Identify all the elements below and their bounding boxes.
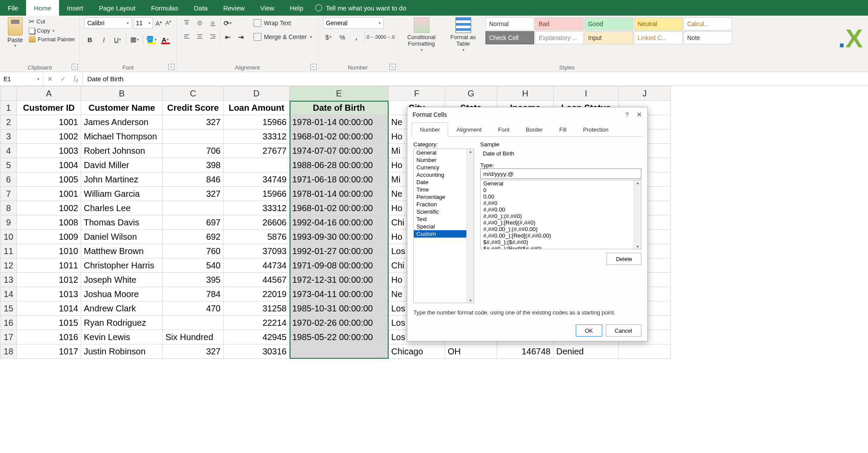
- column-header[interactable]: A: [17, 86, 81, 101]
- row-header[interactable]: 13: [0, 273, 17, 287]
- cell[interactable]: Chicago: [389, 344, 445, 359]
- font-name-select[interactable]: Calibri▾: [84, 17, 132, 29]
- cell[interactable]: Christopher Harris: [81, 258, 163, 273]
- category-item[interactable]: Date: [414, 179, 474, 186]
- table-header-cell[interactable]: Credit Score: [163, 101, 224, 115]
- cell[interactable]: 1971-09-08 00:00:00: [290, 258, 389, 273]
- cut-button[interactable]: ✂Cut: [29, 17, 75, 26]
- cell[interactable]: Denied: [554, 344, 619, 359]
- font-color-button[interactable]: A▾: [160, 34, 171, 45]
- cell[interactable]: [619, 344, 671, 359]
- cell[interactable]: 760: [163, 244, 224, 258]
- cell[interactable]: 784: [163, 287, 224, 301]
- cell[interactable]: 5876: [224, 230, 290, 244]
- cell[interactable]: John Martinez: [81, 172, 163, 187]
- cell[interactable]: 37093: [224, 244, 290, 258]
- category-item[interactable]: Special: [414, 223, 474, 230]
- cell[interactable]: Matthew Brown: [81, 244, 163, 258]
- cell[interactable]: [224, 158, 290, 172]
- align-center-button[interactable]: [194, 31, 205, 43]
- cell[interactable]: James Anderson: [81, 115, 163, 129]
- row-header[interactable]: 3: [0, 129, 17, 144]
- cell[interactable]: 15966: [224, 187, 290, 201]
- table-header-cell[interactable]: Date of Birth: [290, 101, 389, 115]
- row-header[interactable]: 5: [0, 158, 17, 172]
- decrease-indent-button[interactable]: ⇤: [222, 31, 234, 43]
- type-list[interactable]: General00.00#,##0#,##0.00#,##0_);(#,##0)…: [480, 180, 641, 249]
- column-header[interactable]: H: [497, 86, 554, 101]
- tell-me-input[interactable]: Tell me what you want to do: [326, 4, 406, 12]
- align-right-button[interactable]: [207, 31, 218, 43]
- cell[interactable]: 1002: [17, 129, 81, 144]
- dialog-tab-protection[interactable]: Protection: [575, 122, 617, 137]
- style-cell[interactable]: Note: [683, 31, 732, 44]
- category-item[interactable]: Currency: [414, 164, 474, 171]
- ribbon-tab-help[interactable]: Help: [282, 0, 311, 16]
- cell[interactable]: Daniel Wilson: [81, 230, 163, 244]
- cell[interactable]: 44567: [224, 273, 290, 287]
- cell[interactable]: 846: [163, 172, 224, 187]
- category-item[interactable]: Accounting: [414, 171, 474, 179]
- cell[interactable]: Kevin Lewis: [81, 330, 163, 344]
- cell[interactable]: 1988-06-28 00:00:00: [290, 158, 389, 172]
- cell[interactable]: Michael Thompson: [81, 129, 163, 144]
- scrollbar[interactable]: ▴▾: [466, 149, 474, 303]
- table-header-cell[interactable]: Loan Amount: [224, 101, 290, 115]
- cell[interactable]: Thomas Davis: [81, 215, 163, 230]
- cell[interactable]: 395: [163, 273, 224, 287]
- style-cell[interactable]: Normal: [485, 17, 534, 30]
- type-item[interactable]: #,##0_);[Red](#,##0): [481, 219, 641, 226]
- cell[interactable]: Andrew Clark: [81, 301, 163, 316]
- style-cell[interactable]: Input: [584, 31, 633, 44]
- cell[interactable]: 1001: [17, 115, 81, 129]
- category-item[interactable]: Percentage: [414, 193, 474, 201]
- number-format-select[interactable]: General▾: [323, 17, 384, 29]
- cell[interactable]: 1968-01-02 00:00:00: [290, 129, 389, 144]
- type-item[interactable]: #,##0.00_);(#,##0.00): [481, 226, 641, 232]
- cell[interactable]: Joshua Moore: [81, 287, 163, 301]
- column-header[interactable]: C: [163, 86, 224, 101]
- format-as-table-button[interactable]: Format as Table▾: [444, 17, 483, 52]
- cell[interactable]: David Miller: [81, 158, 163, 172]
- cell[interactable]: Justin Robinson: [81, 344, 163, 359]
- row-header[interactable]: 1: [0, 101, 17, 115]
- cell[interactable]: 1972-12-31 00:00:00: [290, 273, 389, 287]
- ribbon-tab-review[interactable]: Review: [215, 0, 252, 16]
- cell[interactable]: 1992-01-27 00:00:00: [290, 244, 389, 258]
- cell[interactable]: 1005: [17, 172, 81, 187]
- cell[interactable]: 1985-05-22 00:00:00: [290, 330, 389, 344]
- cancel-button[interactable]: Cancel: [606, 324, 641, 337]
- percent-button[interactable]: %: [337, 31, 348, 43]
- column-header[interactable]: I: [554, 86, 619, 101]
- column-header[interactable]: D: [224, 86, 290, 101]
- cell[interactable]: 26606: [224, 215, 290, 230]
- align-top-button[interactable]: [181, 17, 192, 29]
- cell[interactable]: 1978-01-14 00:00:00: [290, 187, 389, 201]
- format-painter-button[interactable]: Format Painter: [29, 36, 75, 43]
- cell[interactable]: 706: [163, 144, 224, 158]
- increase-decimal-button[interactable]: .0→.00: [368, 31, 379, 43]
- row-header[interactable]: 18: [0, 344, 17, 359]
- cell[interactable]: 1002: [17, 201, 81, 215]
- cell[interactable]: Charles Lee: [81, 201, 163, 215]
- wrap-text-button[interactable]: Wrap Text: [252, 17, 314, 29]
- conditional-formatting-button[interactable]: Conditional Formatting▾: [402, 17, 441, 52]
- type-item[interactable]: #,##0_);(#,##0): [481, 213, 641, 219]
- cell[interactable]: Six Hundred: [163, 330, 224, 344]
- row-header[interactable]: 17: [0, 330, 17, 344]
- cell[interactable]: 1993-09-30 00:00:00: [290, 230, 389, 244]
- merge-center-button[interactable]: Merge & Center▾: [252, 31, 314, 43]
- row-header[interactable]: 8: [0, 201, 17, 215]
- row-header[interactable]: 14: [0, 287, 17, 301]
- cell[interactable]: 327: [163, 344, 224, 359]
- row-header[interactable]: 4: [0, 144, 17, 158]
- cell[interactable]: William Garcia: [81, 187, 163, 201]
- cancel-formula-button[interactable]: ✕: [43, 75, 56, 83]
- row-header[interactable]: 16: [0, 316, 17, 330]
- ribbon-tab-formulas[interactable]: Formulas: [143, 0, 186, 16]
- increase-indent-button[interactable]: ⇥: [235, 31, 247, 43]
- cell[interactable]: 1014: [17, 301, 81, 316]
- style-cell[interactable]: Good: [584, 17, 633, 30]
- cell[interactable]: 540: [163, 258, 224, 273]
- accounting-button[interactable]: $▾: [323, 31, 334, 43]
